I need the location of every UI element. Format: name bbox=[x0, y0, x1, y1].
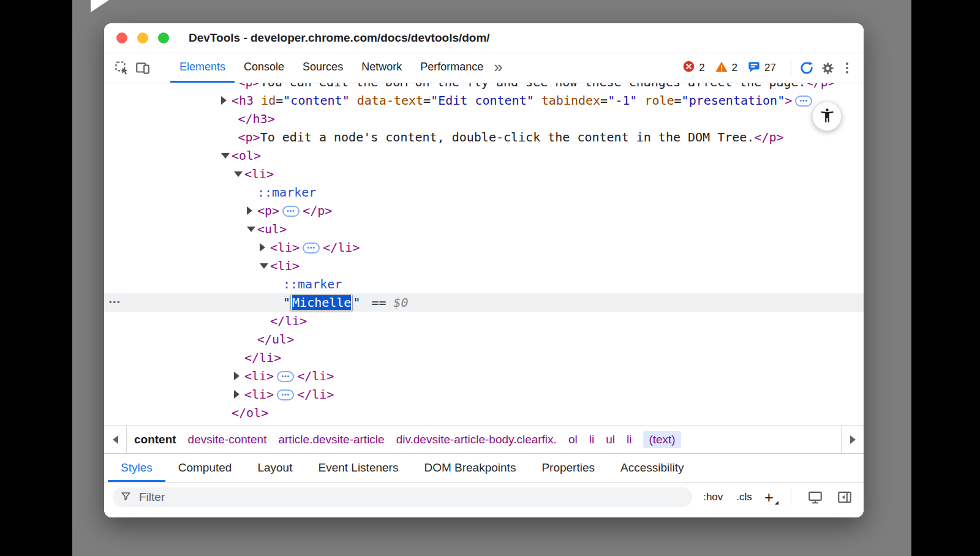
expand-ellipsis-button[interactable]: ••• bbox=[303, 242, 320, 254]
inline-edit-box[interactable]: Michelle bbox=[290, 295, 353, 311]
pseudo-state-button[interactable]: :hov bbox=[701, 491, 725, 503]
filter-input-wrap[interactable] bbox=[113, 487, 692, 507]
dom-tree-line[interactable]: <ul> bbox=[104, 220, 864, 238]
tab-elements[interactable]: Elements bbox=[170, 53, 235, 83]
dom-tree-line[interactable]: <h3 id="content" data-text="Edit content… bbox=[104, 91, 864, 110]
accessibility-overlay-button[interactable] bbox=[812, 102, 842, 131]
code-token: == bbox=[371, 295, 386, 310]
breadcrumb-item-ul[interactable]: ul bbox=[606, 433, 615, 446]
more-tabs-icon[interactable]: » bbox=[494, 58, 502, 77]
issues-count: 27 bbox=[764, 62, 776, 74]
element-class-button[interactable]: .cls bbox=[734, 491, 755, 503]
dom-tree-line[interactable]: <p>•••</p> bbox=[104, 201, 864, 220]
dom-tree-line[interactable]: <li>•••</li> bbox=[104, 367, 864, 385]
code-token: "Edit content" bbox=[431, 93, 534, 108]
dom-tree-line[interactable]: ::marker bbox=[104, 183, 864, 201]
close-button[interactable] bbox=[116, 32, 127, 43]
chevron-left-icon bbox=[113, 435, 118, 444]
accessibility-person-icon bbox=[819, 107, 835, 126]
dom-tree-line[interactable]: ::marker bbox=[104, 275, 864, 293]
sidebar-tabs: StylesComputedLayoutEvent ListenersDOM B… bbox=[104, 454, 864, 483]
code-token: </ul> bbox=[257, 332, 294, 347]
tab-event-listeners[interactable]: Event Listeners bbox=[305, 454, 411, 482]
expand-arrow-icon[interactable] bbox=[221, 96, 227, 105]
row-overflow-icon[interactable]: ••• bbox=[109, 293, 121, 312]
collapse-arrow-icon[interactable] bbox=[234, 171, 243, 177]
title-bar: DevTools - developer.chrome.com/docs/dev… bbox=[104, 23, 864, 53]
code-token: id bbox=[261, 93, 276, 108]
tab-styles[interactable]: Styles bbox=[108, 454, 165, 482]
breadcrumb-item-article-devsite-article[interactable]: article.devsite-article bbox=[278, 433, 384, 446]
warning-badge[interactable]: 2 bbox=[715, 60, 737, 77]
code-token: "-1" bbox=[608, 93, 637, 108]
settings-gear-icon[interactable] bbox=[817, 58, 838, 78]
filter-input[interactable] bbox=[138, 490, 685, 505]
expand-arrow-icon[interactable] bbox=[234, 372, 239, 380]
expand-arrow-icon[interactable] bbox=[234, 390, 239, 399]
dom-tree-line[interactable]: </li> bbox=[104, 348, 864, 367]
expand-arrow-icon[interactable] bbox=[247, 206, 252, 215]
dom-tree-line[interactable]: <h3 id="attributes" data-text="Edit attr… bbox=[104, 422, 864, 426]
tab-dom-breakpoints[interactable]: DOM Breakpoints bbox=[411, 454, 529, 482]
dom-tree-line[interactable]: <li>•••</li> bbox=[104, 385, 864, 404]
rendering-emulation-icon[interactable] bbox=[805, 487, 826, 508]
expand-arrow-icon[interactable] bbox=[260, 243, 265, 252]
dom-tree-line[interactable]: </ol> bbox=[104, 404, 864, 422]
breadcrumb-item-ol[interactable]: ol bbox=[568, 433, 578, 446]
issues-badge[interactable]: 27 bbox=[747, 60, 776, 77]
collapse-arrow-icon[interactable] bbox=[221, 153, 230, 159]
tab-accessibility[interactable]: Accessibility bbox=[608, 454, 696, 482]
breadcrumb-item-text[interactable]: (text) bbox=[643, 431, 680, 448]
tab-sources[interactable]: Sources bbox=[293, 53, 352, 83]
collapse-arrow-icon[interactable] bbox=[247, 227, 255, 232]
selected-text: Michelle bbox=[292, 295, 351, 310]
tab-computed[interactable]: Computed bbox=[165, 454, 245, 482]
toolbar-divider bbox=[791, 60, 791, 76]
code-token: "Edit attributes" bbox=[453, 424, 578, 426]
toggle-sidebar-icon[interactable] bbox=[834, 487, 855, 508]
error-badge[interactable]: 2 bbox=[682, 60, 704, 76]
expand-ellipsis-button[interactable]: ••• bbox=[277, 371, 294, 382]
expand-ellipsis-button[interactable]: ••• bbox=[795, 96, 812, 107]
breadcrumb-item-li[interactable]: li bbox=[589, 433, 594, 446]
dom-tree-line[interactable]: </li> bbox=[104, 312, 864, 330]
tab-layout[interactable]: Layout bbox=[244, 454, 305, 482]
device-toolbar-icon[interactable] bbox=[132, 58, 153, 78]
code-token: </li> bbox=[270, 314, 307, 328]
refresh-icon[interactable] bbox=[796, 58, 817, 78]
breadcrumb: contentdevsite-contentarticle.devsite-ar… bbox=[104, 426, 864, 454]
dom-tree-line[interactable]: <ol> bbox=[104, 146, 864, 165]
expand-ellipsis-button[interactable]: ••• bbox=[277, 389, 294, 400]
code-token: <li> bbox=[244, 387, 274, 402]
dom-tree-line[interactable]: </h3> bbox=[104, 110, 864, 128]
code-token: ::marker bbox=[283, 277, 342, 291]
breadcrumb-item-devsite-content[interactable]: devsite-content bbox=[188, 433, 267, 446]
inspect-icon[interactable] bbox=[111, 58, 132, 78]
dom-tree-line[interactable]: </ul> bbox=[104, 330, 864, 348]
breadcrumb-scroll-left-button[interactable] bbox=[104, 426, 127, 453]
dom-tree-line[interactable]: <li>•••</li> bbox=[104, 238, 864, 257]
dom-tree-line[interactable]: <p>To edit a node's content, double-clic… bbox=[104, 128, 864, 146]
dom-tree-line[interactable]: <p>You can edit the DOM on the fly and s… bbox=[104, 83, 864, 91]
breadcrumb-item-content[interactable]: content bbox=[134, 433, 176, 446]
code-token: = bbox=[423, 93, 431, 108]
code-token: = bbox=[276, 424, 283, 426]
devtools-tabs: ElementsConsoleSourcesNetworkPerformance bbox=[170, 53, 492, 83]
tab-properties[interactable]: Properties bbox=[529, 454, 608, 482]
dom-tree-line[interactable]: <li> bbox=[104, 165, 864, 183]
breadcrumb-item-li[interactable]: li bbox=[627, 433, 631, 446]
tab-network[interactable]: Network bbox=[352, 53, 411, 83]
dom-tree-line[interactable]: <li> bbox=[104, 257, 864, 275]
collapse-arrow-icon[interactable] bbox=[260, 263, 268, 269]
breadcrumb-scroll-right-button[interactable] bbox=[841, 426, 864, 453]
expand-ellipsis-button[interactable]: ••• bbox=[282, 206, 300, 217]
minimize-button[interactable] bbox=[137, 32, 148, 43]
new-style-rule-button[interactable]: + bbox=[763, 489, 777, 505]
tab-performance[interactable]: Performance bbox=[411, 53, 492, 83]
kebab-menu-icon[interactable] bbox=[838, 58, 856, 78]
breadcrumb-item-div-devsite-article-body-clearfix[interactable]: div.devsite-article-body.clearfix. bbox=[396, 433, 557, 446]
zoom-button[interactable] bbox=[158, 32, 169, 43]
code-token bbox=[254, 93, 261, 108]
tab-console[interactable]: Console bbox=[235, 53, 293, 83]
dom-tree-line[interactable]: •••"Michelle"==$0 bbox=[104, 293, 864, 312]
